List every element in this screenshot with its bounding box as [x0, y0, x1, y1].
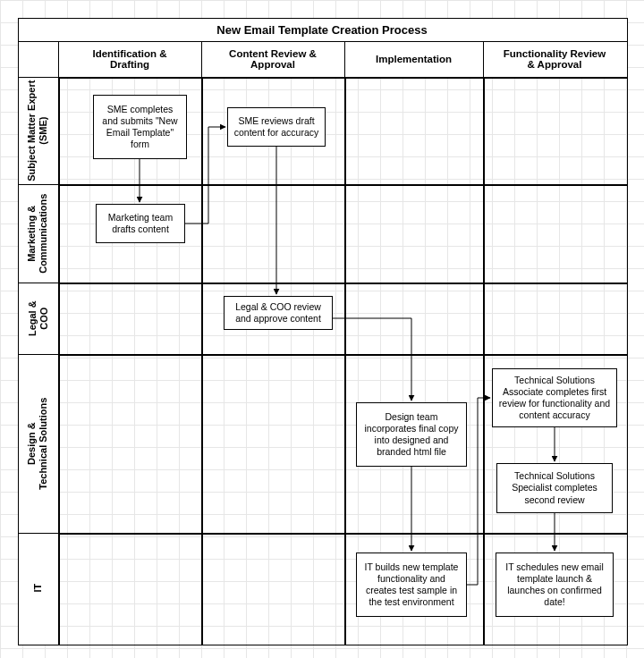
box-design-team: Design team incorporates final copy into… — [356, 402, 467, 467]
col-header-3: Implementation — [344, 41, 483, 77]
cell-r1-c3 — [344, 77, 485, 186]
row-label-4: Design & Technical Solutions — [18, 354, 58, 533]
swimlane-diagram: New Email Template Creation Process Iden… — [0, 0, 644, 658]
box-it-schedule-launch: IT schedules new email template launch &… — [496, 553, 614, 617]
box-ts-associate-review: Technical Solutions Associate completes … — [492, 368, 617, 427]
cell-r3-c4 — [483, 283, 628, 356]
box-marketing-drafts: Marketing team drafts content — [96, 204, 185, 243]
row-label-5: IT — [18, 533, 58, 644]
box-ts-specialist-review: Technical Solutions Specialist completes… — [496, 463, 613, 513]
corner-cell — [18, 41, 60, 79]
cell-r3-c3 — [344, 283, 485, 356]
box-it-build: IT builds new template functionality and… — [356, 553, 467, 617]
row-label-2: Marketing & Communications — [18, 184, 58, 283]
diagram-title: New Email Template Creation Process — [18, 18, 626, 37]
box-sme-submit-form: SME completes and submits "New Email Tem… — [93, 95, 187, 159]
row-label-1: Subject Matter Expert (SME) — [18, 77, 58, 184]
cell-r5-c1 — [58, 533, 203, 645]
box-legal-coo-review: Legal & COO review and approve content — [224, 296, 333, 330]
cell-r4-c1 — [58, 354, 203, 535]
cell-r2-c2 — [201, 184, 346, 284]
cell-r3-c1 — [58, 283, 203, 356]
cell-r2-c3 — [344, 184, 485, 284]
col-header-4: Functionality Review & Approval — [483, 41, 626, 77]
box-sme-review: SME reviews draft content for accuracy — [227, 107, 326, 147]
cell-r5-c2 — [201, 533, 346, 645]
cell-r1-c4 — [483, 77, 628, 186]
col-header-1: Identification & Drafting — [58, 41, 201, 77]
row-label-3: Legal & COO — [18, 283, 58, 354]
col-header-2: Content Review & Approval — [201, 41, 344, 77]
cell-r2-c4 — [483, 184, 628, 284]
cell-r4-c2 — [201, 354, 346, 535]
